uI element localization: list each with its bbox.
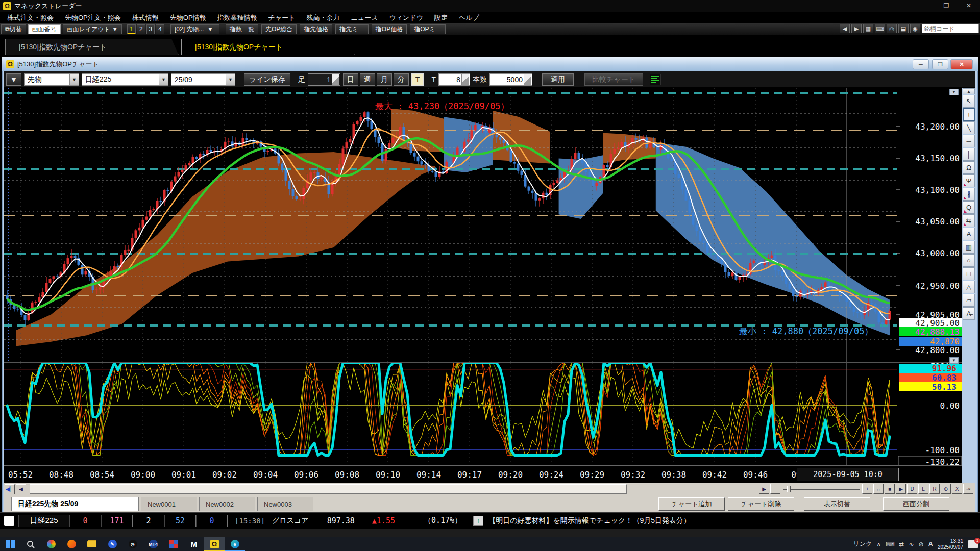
- taskbar-chrome-icon[interactable]: [41, 537, 61, 551]
- workspace-tab-0[interactable]: [5130]指数先物OPチャート: [5, 39, 179, 55]
- apply-button[interactable]: 適用: [542, 73, 574, 86]
- horizontal-line-tool-icon[interactable]: ─: [963, 135, 975, 147]
- main-price-chart[interactable]: 最大 : 43,230（2025/09/05）最小 : 42,880（2025/…: [4, 88, 962, 363]
- scrollbar-button-0[interactable]: ↔: [873, 484, 884, 494]
- instrument-dropdown[interactable]: 先物▼: [24, 73, 79, 86]
- period-button-2[interactable]: 月: [377, 73, 392, 86]
- period-button-1[interactable]: 週: [360, 73, 375, 86]
- toolbar-button-3[interactable]: 指先ミニ: [335, 24, 369, 34]
- scrollbar-thumb[interactable]: [30, 484, 627, 494]
- tray-expand-icon[interactable]: ∧: [876, 541, 881, 548]
- link-label[interactable]: リンク: [853, 540, 872, 548]
- camera-icon[interactable]: ◉: [910, 24, 920, 33]
- zoom-out-icon[interactable]: −: [770, 484, 780, 494]
- period-button-0[interactable]: 日: [343, 73, 358, 86]
- lock-icon[interactable]: ⬓: [898, 24, 909, 33]
- status-cell-1[interactable]: 171: [101, 515, 133, 527]
- trendline-tool-icon[interactable]: ╲: [963, 121, 975, 134]
- taskbar-mt4-icon[interactable]: MT4: [143, 537, 163, 551]
- scrollbar-button-7[interactable]: X: [952, 484, 962, 494]
- scroll-left-icon[interactable]: ◀: [840, 24, 850, 33]
- save-lines-button[interactable]: ライン保存: [244, 73, 290, 86]
- scrollbar-button-5[interactable]: R: [929, 484, 940, 494]
- compare-chart-button[interactable]: 比較チャート: [584, 73, 643, 86]
- scroll-left-step-icon[interactable]: ◀: [16, 484, 26, 494]
- chart-window-title-bar[interactable]: Ω [5130]指数先物OPチャート: [2, 57, 978, 71]
- text-eraser-tool-icon[interactable]: A̶: [963, 307, 975, 320]
- keyboard-icon[interactable]: ⌨: [875, 24, 885, 33]
- triangle-tool-icon[interactable]: △: [963, 281, 975, 293]
- status-square-icon[interactable]: [4, 516, 14, 526]
- zoom-in-icon[interactable]: ＋: [862, 484, 872, 494]
- taskbar-folder-icon[interactable]: [82, 537, 102, 551]
- page-button-4[interactable]: 4: [156, 24, 164, 34]
- toolbar-button-1[interactable]: 先OP総合: [261, 24, 297, 34]
- menu-item-3[interactable]: 先物OP情報: [170, 13, 206, 22]
- ellipse-tool-icon[interactable]: ○: [963, 254, 975, 267]
- text-tool-icon[interactable]: A: [963, 228, 975, 240]
- print-icon[interactable]: ⎙: [887, 24, 897, 33]
- calendar-icon[interactable]: ▦: [863, 24, 873, 33]
- status-cell-2[interactable]: 2: [133, 515, 164, 527]
- chart-tab-2[interactable]: New0002: [199, 497, 255, 511]
- rectangle-tool-icon[interactable]: □: [963, 267, 975, 280]
- status-news[interactable]: 【明日の好悪材料】を開示情報でチェック！（9月5日発表分）: [488, 516, 691, 525]
- grid-tool-icon[interactable]: ▦: [963, 241, 975, 254]
- taskbar-start-icon[interactable]: [0, 537, 20, 551]
- layout-dropdown[interactable]: 画面レイアウト ▼: [63, 24, 122, 34]
- chart-tab-1[interactable]: New0001: [141, 497, 197, 511]
- menu-item-4[interactable]: 指数業種情報: [217, 13, 257, 22]
- network-tray-icon[interactable]: ∿: [909, 541, 914, 548]
- minimize-icon[interactable]: ─: [913, 0, 935, 11]
- tick-spinner[interactable]: 8: [438, 73, 470, 86]
- tick-mode-button[interactable]: T: [411, 73, 424, 86]
- menu-item-6[interactable]: 残高・余力: [307, 13, 340, 22]
- oscillator-chart[interactable]: 100.000.00-100.00-130.2291.9660.8350.13: [4, 363, 962, 465]
- chart-tab-3[interactable]: New0003: [257, 497, 313, 511]
- menu-item-5[interactable]: チャート: [268, 13, 296, 22]
- page-button-1[interactable]: 1: [127, 24, 136, 34]
- cursor-tool-icon[interactable]: ↖: [963, 95, 975, 108]
- menu-item-2[interactable]: 株式情報: [132, 13, 159, 22]
- menu-item-0[interactable]: 株式注文・照会: [7, 13, 54, 22]
- window-minimize-button[interactable]: ─: [913, 59, 929, 69]
- preset-dropdown[interactable]: [02] 先物... ▼: [170, 24, 219, 34]
- menu-item-1[interactable]: 先物OP注文・照会: [65, 13, 121, 22]
- scrollbar-button-3[interactable]: D: [907, 484, 917, 494]
- taskbar-clock-app-icon[interactable]: ◷: [122, 537, 143, 551]
- scroll-right-step-icon[interactable]: ▶: [759, 484, 769, 494]
- window-maximize-button[interactable]: ❐: [932, 59, 948, 69]
- keyboard-tray-icon[interactable]: ⌨: [886, 541, 894, 548]
- scroll-right-icon[interactable]: ▶: [851, 24, 862, 33]
- taskbar-search-icon[interactable]: [20, 537, 41, 551]
- sync-tray-icon[interactable]: ⇄: [899, 541, 904, 548]
- status-cell-3[interactable]: 52: [164, 515, 196, 527]
- main-panel-menu-icon[interactable]: ▼: [949, 89, 959, 95]
- collapse-dropdown-icon[interactable]: ▼: [6, 73, 21, 86]
- symbol-dropdown[interactable]: 日経225▼: [82, 73, 168, 86]
- news-up-icon[interactable]: ↑: [473, 516, 483, 526]
- taskbar-monex-icon[interactable]: Ω: [204, 537, 225, 551]
- toolbar-button-4[interactable]: 指OP価格: [372, 24, 407, 34]
- vertical-line-tool-icon[interactable]: │: [963, 148, 975, 161]
- toolbar-button-5[interactable]: 指OPミニ: [410, 24, 446, 34]
- cycle-lines-tool-icon[interactable]: ⇆: [963, 214, 975, 227]
- menu-item-10[interactable]: ヘルプ: [459, 13, 479, 22]
- bottom-button-3[interactable]: 画面分割: [883, 497, 949, 511]
- switch-button[interactable]: ⧉ 切替: [1, 24, 26, 34]
- contract-dropdown[interactable]: 25/09▼: [171, 73, 235, 86]
- mute-speaker-icon[interactable]: ⊘: [918, 541, 923, 548]
- taskbar-firefox-icon[interactable]: [61, 537, 82, 551]
- gann-fan-tool-icon[interactable]: Ψ: [963, 174, 975, 187]
- taskbar-clock[interactable]: 13:31 2025/09/07: [938, 538, 963, 550]
- bottom-button-2[interactable]: 表示切替: [804, 497, 870, 511]
- window-close-button[interactable]: ✕: [950, 59, 973, 69]
- bottom-button-0[interactable]: チャート追加: [658, 497, 725, 511]
- screen-number-button[interactable]: 画面番号: [28, 24, 61, 34]
- bar-spinner[interactable]: 1: [308, 73, 340, 86]
- drawbar-scroll-up-icon[interactable]: ▲: [963, 88, 975, 94]
- close-icon[interactable]: ✕: [958, 0, 980, 11]
- menu-item-9[interactable]: 設定: [434, 13, 448, 22]
- workspace-tab-1[interactable]: [5130]指数先物OPチャート: [181, 39, 355, 55]
- notification-icon[interactable]: [968, 540, 978, 548]
